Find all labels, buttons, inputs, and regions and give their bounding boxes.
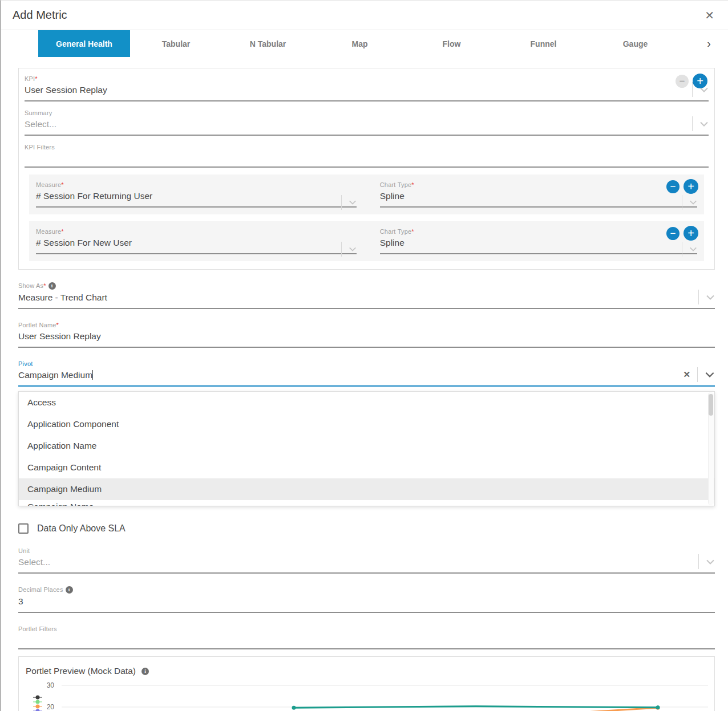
unit-select[interactable]: Select... <box>18 554 715 574</box>
remove-measure-button[interactable]: − <box>666 227 680 240</box>
option-campaign-content[interactable]: Campaign Content <box>19 457 714 478</box>
tab-general-health[interactable]: General Health <box>38 30 130 57</box>
measure-field: Measure* # Session For Returning User <box>36 181 357 214</box>
info-icon[interactable]: i <box>66 586 73 594</box>
info-icon[interactable]: i <box>141 668 149 675</box>
measure-label: Measure* <box>36 228 357 235</box>
pivot-field: Pivot Campaign Medium ✕ <box>18 360 715 387</box>
kpi-select[interactable]: User Session Replay <box>25 82 709 101</box>
portlet-filters-label: Portlet Filters <box>18 625 715 632</box>
summary-select[interactable]: Select... <box>25 116 709 136</box>
unit-field: Unit Select... <box>18 547 715 574</box>
chart-type-field: Chart Type* Spline <box>380 228 697 261</box>
option-application-component[interactable]: Application Component <box>19 413 714 435</box>
chevron-down-icon[interactable] <box>705 372 715 377</box>
sla-checkbox-row[interactable]: Data Only Above SLA <box>18 523 715 534</box>
tab-gauge[interactable]: Gauge <box>589 30 681 57</box>
summary-field: Summary Select... <box>25 109 709 136</box>
portlet-filters-input[interactable] <box>18 632 715 649</box>
remove-measure-button[interactable]: − <box>666 180 680 193</box>
measure-field: Measure* # Session For New User <box>36 228 357 261</box>
text-cursor <box>92 370 93 380</box>
option-application-name[interactable]: Application Name <box>19 435 714 457</box>
scrollbar-thumb[interactable] <box>709 394 713 416</box>
measure-label: Measure* <box>36 181 357 188</box>
measure-select[interactable]: # Session For Returning User <box>36 188 357 208</box>
tab-funnel[interactable]: Funnel <box>498 30 589 57</box>
close-icon[interactable]: ✕ <box>705 10 714 21</box>
chart-type-label: Chart Type* <box>380 181 697 188</box>
measure-select[interactable]: # Session For New User <box>36 235 357 254</box>
chevron-down-icon[interactable] <box>689 200 697 205</box>
chart-type-select[interactable]: Spline <box>380 188 697 208</box>
dialog-header: Add Metric ✕ <box>1 1 728 30</box>
chart-type-select[interactable]: Spline <box>380 235 697 254</box>
kpi-filters-field: KPI Filters <box>25 144 709 168</box>
option-clipped[interactable]: Campaign Name <box>19 500 714 506</box>
show-as-field: Show As*i Measure - Trend Chart <box>18 282 715 309</box>
decimal-places-field: Decimal Placesi 3 <box>18 586 715 613</box>
clear-icon[interactable]: ✕ <box>683 369 690 380</box>
kpi-filters-label: KPI Filters <box>25 144 709 151</box>
kpi-group: − + KPI* User Session Replay Summary Sel… <box>18 68 715 270</box>
info-icon[interactable]: i <box>48 282 56 290</box>
measure-row: Measure* # Session For New User Chart Ty… <box>29 221 704 261</box>
add-measure-button[interactable]: + <box>683 179 698 194</box>
pivot-input[interactable]: Campaign Medium <box>18 367 715 387</box>
svg-text:20: 20 <box>47 703 55 711</box>
chevron-down-icon[interactable] <box>706 559 715 564</box>
portlet-name-field: Portlet Name* User Session Replay <box>18 322 715 348</box>
unit-label: Unit <box>18 547 715 554</box>
chart-type-label: Chart Type* <box>380 228 697 235</box>
add-metric-dialog: Add Metric ✕ General Health Tabular N Ta… <box>1 1 728 711</box>
tab-flow[interactable]: Flow <box>406 30 498 57</box>
chevron-down-icon[interactable] <box>699 87 709 92</box>
dialog-body: − + KPI* User Session Replay Summary Sel… <box>1 68 728 711</box>
pivot-options-dropdown: Access Application Component Application… <box>18 391 715 506</box>
portlet-name-label: Portlet Name* <box>18 322 715 328</box>
tab-tabular[interactable]: Tabular <box>130 30 222 57</box>
chevron-down-icon[interactable] <box>689 247 697 251</box>
chevron-down-icon[interactable] <box>699 121 709 127</box>
summary-label: Summary <box>25 109 709 116</box>
portlet-name-input[interactable]: User Session Replay <box>18 328 715 348</box>
kpi-label: KPI* <box>25 75 709 82</box>
kpi-field: KPI* User Session Replay <box>25 75 709 101</box>
dropdown-scrollbar[interactable] <box>708 392 714 505</box>
pivot-label: Pivot <box>18 360 715 367</box>
tab-n-tabular[interactable]: N Tabular <box>222 30 314 57</box>
portlet-filters-field: Portlet Filters <box>18 625 715 649</box>
tab-bar: General Health Tabular N Tabular Map Flo… <box>1 30 728 57</box>
show-as-select[interactable]: Measure - Trend Chart <box>18 290 715 309</box>
show-as-label: Show As*i <box>18 282 715 290</box>
chevron-down-icon[interactable] <box>349 247 357 251</box>
option-campaign-medium[interactable]: Campaign Medium <box>19 478 714 500</box>
kpi-filters-input[interactable] <box>25 151 709 168</box>
option-access[interactable]: Access <box>19 392 714 413</box>
portlet-preview-title: Portlet Preview (Mock Data)i <box>19 657 714 676</box>
chart-type-field: Chart Type* Spline <box>380 181 697 214</box>
decimal-places-input[interactable]: 3 <box>18 594 715 613</box>
sla-checkbox-label: Data Only Above SLA <box>37 523 126 534</box>
svg-text:30: 30 <box>47 681 55 689</box>
sla-checkbox[interactable] <box>18 523 29 534</box>
decimal-places-label: Decimal Placesi <box>18 586 715 594</box>
measure-row: Measure* # Session For Returning User Ch… <box>29 174 704 214</box>
add-measure-button[interactable]: + <box>683 226 698 241</box>
portlet-preview-panel: Portlet Preview (Mock Data)i 302010 <box>18 656 715 711</box>
chevron-down-icon[interactable] <box>706 295 715 300</box>
tab-map[interactable]: Map <box>314 30 406 57</box>
dialog-title: Add Metric <box>13 9 67 22</box>
chevron-down-icon[interactable] <box>349 200 357 205</box>
tabs-scroll-right-icon[interactable]: › <box>707 30 711 57</box>
